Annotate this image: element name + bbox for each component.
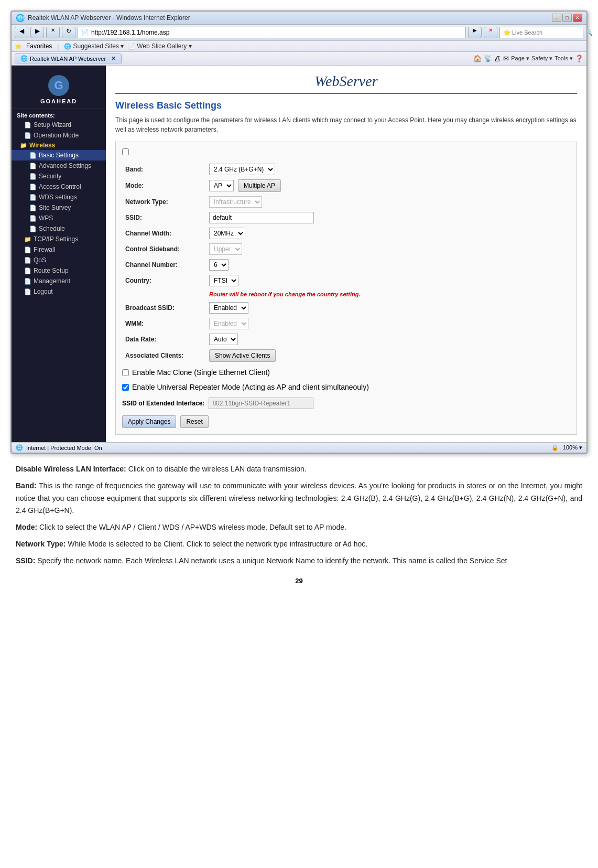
maximize-button[interactable]: □ bbox=[562, 14, 572, 22]
safety-menu[interactable]: Safety ▾ bbox=[531, 55, 552, 62]
sidebar-item-access-control[interactable]: 📄 Access Control bbox=[12, 181, 106, 192]
apply-changes-button[interactable]: Apply Changes bbox=[122, 415, 176, 428]
ssid-value-cell bbox=[206, 210, 570, 226]
doc-paragraph-3: Network Type: While Mode is selected to … bbox=[16, 538, 582, 551]
doc-term-4: SSID: bbox=[16, 556, 35, 565]
sidebar-item-setup-wizard[interactable]: 📄 Setup Wizard bbox=[12, 120, 106, 130]
settings-table: Band: 2.4 GHz (B+G+N) Mode: AP bbox=[122, 162, 570, 364]
sidebar-item-schedule[interactable]: 📄 Schedule bbox=[12, 223, 106, 234]
feeds-icon[interactable]: 📡 bbox=[484, 55, 492, 62]
sidebar-item-wps[interactable]: 📄 WPS bbox=[12, 213, 106, 223]
sidebar-item-route-setup[interactable]: 📄 Route Setup bbox=[12, 265, 106, 276]
tools-menu-label[interactable]: Tools ▾ bbox=[554, 55, 573, 62]
suggested-sites-link[interactable]: 🌐 Suggested Sites ▾ bbox=[64, 42, 124, 50]
doc-term-2: Mode: bbox=[16, 523, 37, 531]
goahead-logo-icon: G bbox=[48, 75, 69, 96]
universal-repeater-checkbox[interactable] bbox=[122, 384, 129, 391]
sidebar-label-security: Security bbox=[39, 173, 61, 180]
show-active-clients-button[interactable]: Show Active Clients bbox=[209, 349, 276, 362]
tools-menu[interactable]: Tools ▾ bbox=[554, 55, 573, 62]
control-sideband-label: Control Sideband: bbox=[122, 241, 206, 257]
forward-button[interactable]: ▶ bbox=[30, 27, 44, 38]
network-type-value-cell: Infrastructure bbox=[206, 194, 570, 210]
address-input[interactable] bbox=[91, 29, 462, 36]
wmm-select[interactable]: Enabled bbox=[209, 318, 248, 329]
web-slice-icon: 📄 bbox=[128, 43, 135, 50]
page-tab[interactable]: 🌐 Realtek WLAN AP Webserver ✕ bbox=[15, 53, 122, 63]
band-select[interactable]: 2.4 GHz (B+G+N) bbox=[209, 164, 275, 175]
sidebar-item-management[interactable]: 📄 Management bbox=[12, 276, 106, 286]
universal-repeater-label: Enable Universal Repeater Mode (Acting a… bbox=[132, 383, 369, 391]
sidebar-label-wireless: Wireless bbox=[29, 142, 55, 149]
zoom-dropdown-icon[interactable]: ▾ bbox=[579, 444, 582, 451]
back-button[interactable]: ◀ bbox=[15, 27, 28, 38]
stop-x-button[interactable]: ✕ bbox=[484, 27, 497, 38]
sidebar-item-operation-mode[interactable]: 📄 Operation Mode bbox=[12, 130, 106, 141]
search-go-icon[interactable]: 🔍 bbox=[585, 29, 593, 36]
reboot-warning-row: Router will be reboot if you change the … bbox=[122, 288, 570, 300]
sidebar-item-firewall[interactable]: 📄 Firewall bbox=[12, 244, 106, 255]
control-sideband-select[interactable]: Upper bbox=[209, 243, 242, 255]
safety-menu-label[interactable]: Safety ▾ bbox=[531, 55, 552, 62]
tab-close-icon[interactable]: ✕ bbox=[111, 55, 116, 62]
doc-icon-schedule: 📄 bbox=[29, 226, 37, 232]
disable-wireless-checkbox[interactable] bbox=[122, 148, 129, 155]
print-icon[interactable]: 🖨 bbox=[494, 55, 501, 62]
sidebar-item-security[interactable]: 📄 Security bbox=[12, 171, 106, 181]
reboot-warning-empty bbox=[122, 288, 206, 300]
reset-button[interactable]: Reset bbox=[180, 415, 208, 428]
close-button[interactable]: ✕ bbox=[573, 14, 582, 22]
channel-number-select[interactable]: 6 bbox=[209, 259, 229, 271]
refresh-button[interactable]: ↻ bbox=[62, 27, 75, 38]
search-input[interactable] bbox=[512, 29, 584, 36]
web-slice-gallery-link[interactable]: 📄 Web Slice Gallery ▾ bbox=[128, 42, 191, 50]
sidebar-item-qos[interactable]: 📄 QoS bbox=[12, 255, 106, 265]
doc-icon-basic: 📄 bbox=[29, 152, 37, 159]
page-menu[interactable]: Page ▾ bbox=[511, 55, 529, 62]
sidebar-item-site-survey[interactable]: 📄 Site Survey bbox=[12, 202, 106, 213]
web-slice-label[interactable]: Web Slice Gallery ▾ bbox=[137, 42, 191, 50]
associated-clients-label: Associated Clients: bbox=[122, 347, 206, 364]
ssid-label: SSID: bbox=[122, 210, 206, 226]
ssid-input[interactable] bbox=[209, 212, 314, 223]
home-icon[interactable]: 🏠 bbox=[473, 55, 482, 62]
sidebar-item-basic-settings[interactable]: 📄 Basic Settings bbox=[12, 150, 106, 160]
sidebar-item-logout[interactable]: 📄 Logout bbox=[12, 286, 106, 297]
doc-icon-route: 📄 bbox=[24, 267, 31, 274]
mail-icon[interactable]: ✉ bbox=[503, 55, 509, 62]
mode-row: Mode: AP Multiple AP bbox=[122, 177, 570, 194]
stop-button[interactable]: ✕ bbox=[46, 27, 60, 38]
ssid-row: SSID: bbox=[122, 210, 570, 226]
mac-clone-checkbox[interactable] bbox=[122, 369, 129, 376]
minimize-button[interactable]: ─ bbox=[552, 14, 561, 22]
data-rate-select[interactable]: Auto bbox=[209, 334, 238, 345]
suggested-sites-label[interactable]: Suggested Sites ▾ bbox=[73, 42, 124, 50]
webserver-header: WebServer bbox=[115, 73, 577, 94]
broadcast-ssid-select[interactable]: Enabled bbox=[209, 302, 248, 314]
sidebar-label-site-survey: Site Survey bbox=[39, 204, 71, 211]
help-icon[interactable]: ❓ bbox=[575, 55, 583, 62]
network-type-select[interactable]: Infrastructure bbox=[209, 196, 262, 208]
sidebar-item-wireless[interactable]: 📁 Wireless bbox=[12, 141, 106, 150]
status-right: 🔒 100% ▾ bbox=[551, 444, 582, 451]
action-buttons: Apply Changes Reset bbox=[122, 415, 570, 428]
doc-paragraph-2: Mode: Click to select the WLAN AP / Clie… bbox=[16, 521, 582, 534]
sidebar-item-wds-settings[interactable]: 📄 WDS settings bbox=[12, 192, 106, 202]
suggested-icon: 🌐 bbox=[64, 43, 71, 50]
channel-width-select[interactable]: 20MHz bbox=[209, 228, 245, 239]
multiple-ap-button[interactable]: Multiple AP bbox=[238, 179, 281, 192]
sidebar-item-advanced-settings[interactable]: 📄 Advanced Settings bbox=[12, 160, 106, 171]
mode-select[interactable]: AP bbox=[209, 180, 234, 191]
band-row: Band: 2.4 GHz (B+G+N) bbox=[122, 162, 570, 177]
ie-logo-icon: 🌐 bbox=[16, 14, 25, 22]
country-select[interactable]: FTSI bbox=[209, 275, 238, 286]
mode-value-cell: AP Multiple AP bbox=[206, 177, 570, 194]
go-button[interactable]: ▶ bbox=[468, 27, 482, 38]
network-type-label: Network Type: bbox=[122, 194, 206, 210]
ssid-extended-input[interactable] bbox=[209, 398, 313, 409]
goahead-text: GOAHEAD bbox=[16, 98, 102, 104]
sidebar-item-tcpip[interactable]: 📁 TCP/IP Settings bbox=[12, 234, 106, 244]
doc-term-0: Disable Wireless LAN Interface: bbox=[16, 465, 126, 473]
favorites-label[interactable]: Favorites bbox=[26, 42, 52, 50]
page-menu-label[interactable]: Page ▾ bbox=[511, 55, 529, 62]
